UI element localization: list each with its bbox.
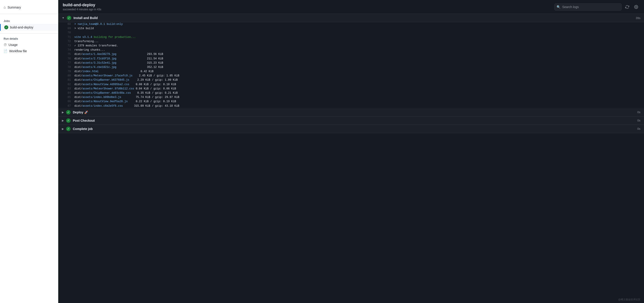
line-number: 78 xyxy=(62,65,71,70)
section-duration: 0s xyxy=(637,119,640,122)
section-header-deploy[interactable]: ▶✓Deploy 🚀0s xyxy=(58,108,644,116)
log-area: ▼✓Install and Build39s68> nanjia_team@0.… xyxy=(58,14,644,303)
line-content: > nanjia_team@0.0.1 build:only xyxy=(74,22,640,26)
chevron-icon: ▶ xyxy=(62,119,64,122)
watermark: @稀土掘金技术社区 xyxy=(618,298,640,301)
line-content: dist/assets/index.c6e2e5f8.css 315.09 Ki… xyxy=(74,104,640,108)
line-number: 73 xyxy=(62,44,71,48)
job-success-icon: ✓ xyxy=(4,25,8,29)
refresh-button[interactable] xyxy=(624,4,630,10)
log-line: 85dist/assets/index.b09bdbe3.js 75.74 Ki… xyxy=(58,95,644,100)
line-content: dist/assets/ChipBanner.dd03c60a.css 0.35… xyxy=(74,91,640,95)
log-line: 82dist/assets/AboutView.4d995ba2.css 0.0… xyxy=(58,82,644,87)
section-header-complete-job[interactable]: ▶✓Complete job0s xyxy=(58,125,644,133)
section-header-post-checkout[interactable]: ▶✓Post Checkout0s xyxy=(58,116,644,125)
section-check-icon: ✓ xyxy=(66,110,70,114)
log-header: build-and-deploy succeeded 4 minutes ago… xyxy=(58,0,644,14)
line-number: 82 xyxy=(62,82,71,87)
log-section-post-checkout: ▶✓Post Checkout0s xyxy=(58,116,644,125)
section-check-icon: ✓ xyxy=(66,118,70,123)
line-number: 87 xyxy=(62,104,71,108)
log-line: 72transforming... xyxy=(58,40,644,44)
log-line: 77dist/assets/3.31c52e41.jpg 315.23 KiB xyxy=(58,61,644,65)
log-line: 71vite v3.1.4 building for production... xyxy=(58,35,644,40)
section-title: Post Checkout xyxy=(73,119,95,122)
section-duration: 39s xyxy=(636,16,640,20)
line-number: 80 xyxy=(62,74,71,78)
log-line: 73✓ 1379 modules transformed. xyxy=(58,44,644,48)
run-details-label: Run details xyxy=(0,36,58,42)
log-line: 75dist/assets/1.4ee38279.jpg 293.56 KiB xyxy=(58,52,644,56)
log-section-complete-job: ▶✓Complete job0s xyxy=(58,125,644,133)
line-number: 86 xyxy=(62,100,71,104)
line-content: dist/assets/index.b09bdbe3.js 75.74 KiB … xyxy=(74,95,640,100)
line-number: 79 xyxy=(62,70,71,74)
line-content: dist/assets/MeteorShower.1facefc9.js 2.4… xyxy=(74,74,640,78)
line-content: ✓ 1379 modules transformed. xyxy=(74,44,640,48)
job-name-label: build-and-deploy xyxy=(10,26,34,29)
svg-point-0 xyxy=(636,6,637,8)
log-line: 68> nanjia_team@0.0.1 build:only xyxy=(58,22,644,26)
section-title: Complete job xyxy=(73,127,93,131)
line-content: dist/assets/1.4ee38279.jpg 293.56 KiB xyxy=(74,52,640,56)
main-panel: build-and-deploy succeeded 4 minutes ago… xyxy=(58,0,644,303)
line-number: 68 xyxy=(62,22,71,26)
line-number: 75 xyxy=(62,52,71,56)
line-content: dist/assets/AboutView.9edfba28.js 0.22 K… xyxy=(74,100,640,104)
settings-button[interactable] xyxy=(633,4,640,10)
line-content: rendering chunks... xyxy=(74,48,640,52)
section-title: Deploy 🚀 xyxy=(73,110,88,114)
chevron-icon: ▶ xyxy=(62,111,64,114)
section-check-icon: ✓ xyxy=(66,126,70,131)
workflow-file-label: Workflow file xyxy=(9,49,27,53)
log-lines-install-and-build: 68> nanjia_team@0.0.1 build:only69> vite… xyxy=(58,22,644,108)
section-header-install-and-build[interactable]: ▼✓Install and Build39s xyxy=(58,14,644,22)
line-content: transforming... xyxy=(74,40,640,44)
chevron-icon: ▶ xyxy=(62,127,64,130)
line-number: 74 xyxy=(62,48,71,52)
line-number: 72 xyxy=(62,40,71,44)
log-line: 80dist/assets/MeteorShower.1facefc9.js 2… xyxy=(58,74,644,78)
line-number: 76 xyxy=(62,57,71,61)
chevron-icon: ▼ xyxy=(62,16,64,20)
sidebar: ⌂ Summary Jobs ✓ build-and-deploy Run de… xyxy=(0,0,58,303)
jobs-section-label: Jobs xyxy=(0,17,58,24)
log-line: 87dist/assets/index.c6e2e5f8.css 315.09 … xyxy=(58,104,644,108)
sidebar-summary-link[interactable]: ⌂ Summary xyxy=(0,4,58,11)
log-line: 86dist/assets/AboutView.9edfba28.js 0.22… xyxy=(58,100,644,104)
sidebar-workflow-file-link[interactable]: 📄 Workflow file xyxy=(0,48,58,54)
file-icon: 📄 xyxy=(4,49,8,53)
search-wrapper: 🔍 xyxy=(554,3,622,10)
search-logs-input[interactable] xyxy=(554,3,622,10)
line-number: 77 xyxy=(62,61,71,65)
log-header-title-area: build-and-deploy succeeded 4 minutes ago… xyxy=(63,3,101,11)
log-section-install-and-build: ▼✓Install and Build39s68> nanjia_team@0.… xyxy=(58,14,644,108)
log-line: 79dist/index.html 0.42 KiB xyxy=(58,70,644,74)
line-number: 71 xyxy=(62,35,71,40)
log-subtitle: succeeded 4 minutes ago in 43s xyxy=(63,8,101,11)
log-line: 69> vite build xyxy=(58,26,644,31)
log-line: 74rendering chunks... xyxy=(58,48,644,52)
log-line: 70 xyxy=(58,31,644,35)
log-line: 76dist/assets/2.f2cb5f18.jpg 211.54 KiB xyxy=(58,57,644,61)
search-icon: 🔍 xyxy=(556,5,560,9)
clock-icon: ⏱ xyxy=(4,43,7,46)
line-content: dist/assets/4.cbe1021c.jpg 352.12 KiB xyxy=(74,65,640,70)
section-duration: 0s xyxy=(637,110,640,114)
sidebar-usage-link[interactable]: ⏱ Usage xyxy=(0,42,58,48)
line-content: dist/assets/2.f2cb5f18.jpg 211.54 KiB xyxy=(74,57,640,61)
log-line: 83dist/assets/MeteorShower.97d0b112.css … xyxy=(58,87,644,91)
usage-label: Usage xyxy=(8,43,18,46)
line-content: dist/assets/ChipBanner.b6376845.js 2.29 … xyxy=(74,78,640,82)
log-line: 84dist/assets/ChipBanner.dd03c60a.css 0.… xyxy=(58,91,644,95)
log-section-deploy: ▶✓Deploy 🚀0s xyxy=(58,108,644,116)
sidebar-job-build-and-deploy[interactable]: ✓ build-and-deploy xyxy=(0,24,58,31)
line-number: 70 xyxy=(62,31,71,35)
section-check-icon: ✓ xyxy=(67,16,71,20)
line-number: 81 xyxy=(62,78,71,82)
line-number: 83 xyxy=(62,87,71,91)
line-number: 69 xyxy=(62,26,71,31)
line-number: 84 xyxy=(62,91,71,95)
section-title: Install and Build xyxy=(74,16,98,20)
line-number: 85 xyxy=(62,95,71,100)
